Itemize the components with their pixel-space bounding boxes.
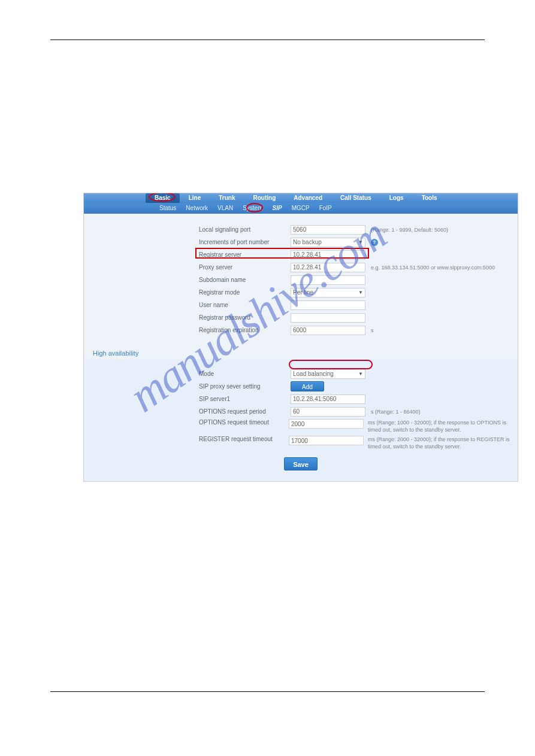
label-registrar-server: Registrar server [199, 251, 291, 258]
input-proxy-server[interactable] [291, 263, 365, 272]
select-increments[interactable]: No backup ▼ [291, 238, 365, 247]
input-local-signaling-port[interactable] [291, 225, 365, 235]
row-sip-proxy-setting: SIP proxy sever setting Add [84, 380, 518, 393]
input-registrar-password[interactable] [291, 313, 365, 323]
basic-form-section: Local signaling port (Range: 1 - 9999, D… [84, 214, 518, 344]
tab-tools[interactable]: Tools [413, 193, 446, 203]
select-registrar-mode-value: Per line [293, 289, 313, 296]
label-register-timeout: REGISTER request timeout [199, 436, 289, 442]
label-options-timeout: OPTIONS request timeout [199, 419, 289, 426]
tab-logs[interactable]: Logs [380, 193, 413, 203]
label-proxy-server: Proxy server [199, 264, 291, 271]
label-subdomain: Subdomain name [199, 277, 291, 283]
subnav-status[interactable]: Status [155, 203, 181, 214]
ha-form-section: Mode Load balancing ▼ SIP proxy sever se… [84, 359, 518, 481]
hint-local-signaling-port: (Range: 1 - 9999, Default: 5060) [371, 227, 448, 233]
add-button[interactable]: Add [291, 381, 324, 391]
screenshot-panel: Basic Line Trunk Routing Advanced Call S… [83, 193, 518, 482]
row-options-period: OPTIONS request period s (Range: 1 - 864… [84, 405, 518, 418]
label-username: User name [199, 302, 291, 308]
top-rule [50, 40, 485, 40]
chevron-down-icon: ▼ [358, 290, 363, 295]
hint-options-timeout: ms (Range: 1000 - 32000); if the respons… [368, 419, 518, 433]
input-register-timeout[interactable] [289, 436, 364, 445]
select-registrar-mode[interactable]: Per line ▼ [291, 288, 365, 297]
select-increments-value: No backup [293, 239, 322, 245]
tab-trunk[interactable]: Trunk [210, 193, 244, 203]
save-row: Save [84, 457, 518, 470]
label-sip-proxy-setting: SIP proxy sever setting [199, 383, 291, 390]
label-registrar-mode: Registrar mode [199, 289, 291, 296]
label-mode: Mode [199, 371, 291, 377]
tab-line[interactable]: Line [180, 193, 210, 203]
select-mode[interactable]: Load balancing ▼ [291, 369, 365, 379]
save-button[interactable]: Save [284, 457, 318, 470]
label-increments: Increments of port number [199, 239, 291, 245]
section-title-ha: High availability [84, 344, 518, 359]
chevron-down-icon: ▼ [358, 239, 363, 245]
tab-basic[interactable]: Basic [146, 193, 180, 203]
chevron-down-icon: ▼ [358, 371, 363, 377]
tab-callstatus[interactable]: Call Status [331, 193, 380, 203]
row-registrar-mode: Registrar mode Per line ▼ [84, 286, 518, 299]
input-registrar-server[interactable] [291, 250, 365, 260]
bottom-rule [50, 691, 485, 692]
tab-advanced[interactable]: Advanced [285, 193, 331, 203]
subnav-network[interactable]: Network [181, 203, 213, 214]
unit-reg-expiration: s [371, 327, 374, 333]
row-registrar-password: Registrar password [84, 311, 518, 324]
row-proxy-server: Proxy server e.g. 168.33.134.51:5000 or … [84, 261, 518, 274]
label-reg-expiration: Registration expiration [199, 327, 291, 333]
sub-nav: Status Network VLAN System SIP MGCP FoIP [84, 203, 518, 214]
label-local-signaling-port: Local signaling port [199, 226, 291, 233]
input-options-timeout[interactable] [289, 419, 364, 429]
subnav-system[interactable]: System [238, 203, 267, 214]
input-sip-server1[interactable] [291, 394, 365, 404]
row-increments: Increments of port number No backup ▼ ? [84, 236, 518, 248]
subnav-sip[interactable]: SIP [268, 203, 287, 214]
row-options-timeout: OPTIONS request timeout ms (Range: 1000 … [84, 418, 518, 435]
subnav-vlan[interactable]: VLAN [213, 203, 238, 214]
select-mode-value: Load balancing [293, 371, 334, 377]
main-nav: Basic Line Trunk Routing Advanced Call S… [84, 193, 518, 203]
tab-routing[interactable]: Routing [244, 193, 285, 203]
help-icon[interactable]: ? [371, 239, 378, 246]
label-options-period: OPTIONS request period [199, 408, 291, 415]
row-username: User name [84, 299, 518, 311]
row-mode: Mode Load balancing ▼ [84, 368, 518, 380]
label-registrar-password: Registrar password [199, 314, 291, 321]
row-subdomain: Subdomain name [84, 274, 518, 286]
hint-options-period: s (Range: 1 - 86400) [371, 409, 421, 415]
input-subdomain[interactable] [291, 275, 365, 285]
row-local-signaling-port: Local signaling port (Range: 1 - 9999, D… [84, 223, 518, 236]
hint-proxy-server: e.g. 168.33.134.51:5000 or www.sipproxy.… [371, 265, 495, 271]
row-reg-expiration: Registration expiration s [84, 324, 518, 336]
subnav-foip[interactable]: FoIP [315, 203, 337, 214]
row-register-timeout: REGISTER request timeout ms (Range: 2000… [84, 435, 518, 451]
input-options-period[interactable] [291, 407, 365, 417]
input-username[interactable] [291, 300, 365, 310]
input-reg-expiration[interactable] [291, 326, 365, 335]
label-sip-server1: SIP server1 [199, 396, 291, 402]
row-sip-server1: SIP server1 [84, 393, 518, 405]
row-registrar-server: Registrar server [84, 248, 518, 261]
subnav-mgcp[interactable]: MGCP [287, 203, 315, 214]
hint-register-timeout: ms (Range: 2000 - 32000); if the respons… [368, 436, 518, 450]
